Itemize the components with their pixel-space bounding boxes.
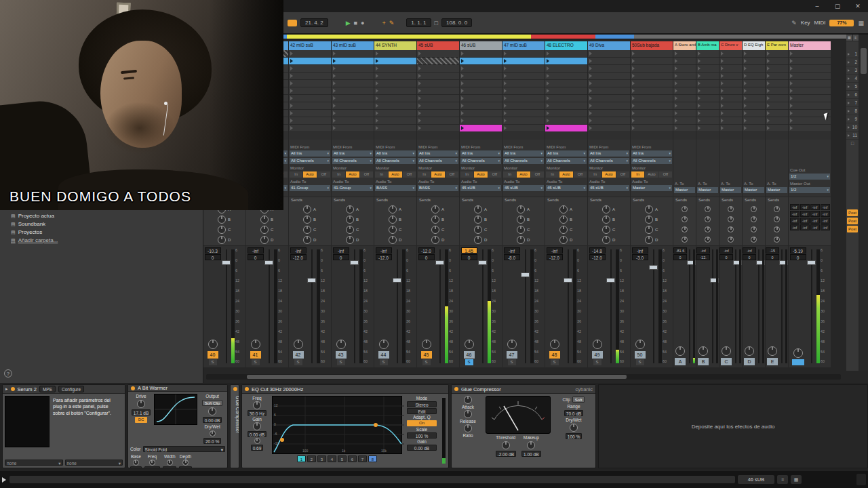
clip[interactable]	[374, 58, 416, 65]
volume-fader[interactable]	[264, 247, 273, 366]
scene-10[interactable]: 10	[846, 123, 859, 131]
channel-select[interactable]: All Channels▾	[503, 158, 544, 164]
output-select[interactable]: Master	[743, 187, 764, 193]
clip-slot[interactable]	[289, 65, 331, 73]
minimize-button[interactable]: –	[807, 0, 827, 12]
clip-slot[interactable]	[631, 87, 673, 95]
audio-effects-drop-area[interactable]: Deposite aquí los efectos de audio	[598, 384, 868, 468]
clip-slot[interactable]	[545, 110, 587, 117]
master-out-select[interactable]: 1/2▾	[789, 187, 830, 193]
clip-slot[interactable]	[789, 80, 831, 87]
eq-filter-3-button[interactable]: 3	[317, 455, 326, 462]
clip-slot[interactable]	[460, 73, 502, 80]
device-activator-icon[interactable]	[454, 387, 458, 391]
list-view-icon[interactable]: ≡	[777, 475, 788, 484]
clip-slot[interactable]	[545, 87, 587, 95]
clip-slot[interactable]	[588, 95, 630, 102]
clip-slot[interactable]	[696, 87, 719, 95]
monitor-off-button[interactable]: Off	[574, 171, 587, 178]
monitor-off-button[interactable]: Off	[360, 171, 373, 178]
clip-slot[interactable]	[743, 80, 765, 87]
clip-slot[interactable]	[289, 95, 331, 102]
monitor-auto-button[interactable]: Auto	[559, 171, 572, 178]
monitor-in-button[interactable]: In	[418, 171, 431, 178]
tempo-field[interactable]: 21. 4. 2	[300, 18, 328, 27]
monitor-auto-button[interactable]: Auto	[645, 171, 658, 178]
channel-select[interactable]: All Channels▾	[460, 158, 501, 164]
clip-slot[interactable]	[696, 102, 719, 110]
ratio-knob[interactable]	[464, 424, 472, 432]
threshold-value[interactable]: -2.00 dB	[496, 451, 517, 457]
release-knob[interactable]	[464, 410, 472, 418]
monitor-off-button[interactable]: Off	[317, 171, 330, 178]
drywet-value[interactable]: 20.0 %	[203, 438, 221, 444]
clip-slot[interactable]	[766, 102, 788, 110]
send-knob-d[interactable]	[751, 237, 757, 243]
send-knob-c[interactable]	[559, 226, 568, 234]
output-select[interactable]: 41-Group▾	[290, 185, 330, 191]
monitor-off-button[interactable]: Off	[659, 171, 672, 178]
solo-button[interactable]: S	[636, 359, 644, 365]
pan-knob[interactable]	[507, 340, 517, 349]
channel-select[interactable]: All Channels▾	[546, 158, 587, 164]
clip-slot[interactable]	[673, 102, 696, 110]
clip-slot[interactable]	[289, 73, 331, 80]
track-header[interactable]: 50Sub bajada	[631, 41, 673, 50]
volume-value[interactable]: -12.0	[376, 254, 392, 260]
send-knob-b[interactable]	[517, 216, 525, 224]
send-value[interactable]: -inf	[810, 211, 820, 217]
pan-knob[interactable]	[251, 340, 260, 349]
scene-1[interactable]: 1	[846, 50, 859, 58]
send-knob-b[interactable]	[728, 216, 734, 222]
return-activator[interactable]: A	[675, 358, 686, 365]
eq-filter-5-button[interactable]: 5	[338, 455, 347, 462]
mini-knob[interactable]	[182, 460, 189, 466]
eq-adaptq-button[interactable]: On	[407, 420, 437, 426]
input-select[interactable]: All Ins▾	[290, 150, 330, 157]
send-knob-d[interactable]	[602, 236, 610, 244]
clip-slot[interactable]	[743, 58, 765, 65]
clip-slot[interactable]	[673, 125, 696, 132]
grid-view-icon[interactable]: ▦	[791, 475, 802, 484]
track-header[interactable]: 43 mID suB	[332, 41, 374, 50]
input-select[interactable]: All Ins▾	[375, 150, 416, 157]
clip-slot[interactable]	[696, 117, 719, 125]
channel-select[interactable]: All Channels▾	[589, 158, 629, 164]
clip-slot[interactable]	[332, 110, 374, 117]
send-knob-b[interactable]	[218, 216, 226, 224]
monitor-in-button[interactable]: In	[631, 171, 644, 178]
clip-slot[interactable]	[789, 102, 831, 110]
pan-knob[interactable]	[422, 340, 431, 349]
track-header[interactable]: A Stero ambi	[673, 41, 696, 50]
send-knob-b[interactable]	[346, 216, 354, 224]
clip-slot[interactable]	[289, 117, 331, 125]
makeup-value[interactable]: 1.00 dB	[521, 451, 540, 457]
track-header[interactable]: 49 Diva	[588, 41, 630, 50]
send-knob-a[interactable]	[645, 205, 653, 214]
send-knob-a[interactable]	[431, 205, 439, 214]
param-slot-2[interactable]: none▾	[65, 460, 123, 466]
track-header[interactable]: 45 sUB	[417, 41, 459, 50]
output-knob[interactable]	[208, 407, 216, 415]
clip-slot[interactable]	[766, 50, 788, 58]
mini-knob[interactable]	[149, 460, 155, 466]
track-activator[interactable]: 42	[293, 351, 304, 359]
clip-slot[interactable]	[766, 80, 788, 87]
device-titlebar[interactable]: EQ Cut 30Hz 20000Hz	[242, 385, 448, 394]
clip[interactable]	[289, 58, 331, 65]
scene-8[interactable]: 8	[846, 107, 859, 115]
clip-slot[interactable]	[719, 110, 742, 117]
device-titlebar[interactable]: A Bit Warmer	[128, 385, 227, 392]
device-titlebar[interactable]: Glue Compressor cybanic	[452, 385, 595, 394]
send-value[interactable]: -inf	[790, 211, 800, 217]
clip-slot[interactable]	[460, 117, 502, 125]
clip-slot[interactable]	[673, 110, 696, 117]
clip-slot[interactable]	[502, 50, 545, 58]
clip-slot[interactable]	[417, 125, 459, 132]
play-button[interactable]: ▶	[346, 20, 351, 26]
master-cue-button[interactable]	[792, 359, 804, 365]
scene-4[interactable]: 4	[846, 75, 859, 83]
mini-value[interactable]: 461 Hz	[144, 466, 160, 468]
clip-slot[interactable]	[588, 102, 630, 110]
channel-select[interactable]: All Channels▾	[290, 158, 330, 164]
